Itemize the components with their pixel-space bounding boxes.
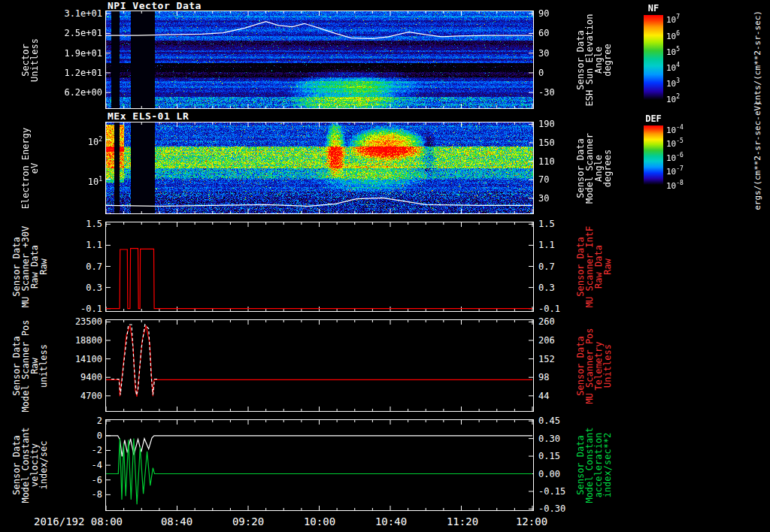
axis-label: Electron Energy eV [21,127,39,208]
panel-mu-scanner-30v [105,222,534,312]
y-tick-label: 18800 [48,335,102,346]
y-tick-label: 0.45 [538,416,574,426]
science-plot-page: NPI Vector Data MEx ELS-01 LR 3.1e+012.5… [0,0,770,532]
colorbar-tick-label: 10-8 [666,178,684,192]
series-mu-scanner-30v-raw [106,249,532,309]
y-tick-label: 0.7 [48,261,102,272]
y-tick-label: 1.9e+01 [48,48,102,59]
y-tick-label: 98 [538,372,574,382]
y-tick-label: -0.1 [538,304,574,314]
y-tick-label: 0.3 [538,283,574,293]
y-tick-label: 0.30 [538,434,574,444]
panel-title-npi: NPI Vector Data [108,0,202,11]
x-axis-label: 12:00 [516,515,547,527]
y-tick-label: 70 [538,174,574,185]
series-sun-elevation-angle [106,22,532,39]
y-tick-label: -8 [48,489,102,500]
axis-label: Sensor Data Model Constant acceleration … [576,427,612,503]
colorbar-tick-label: 105 [666,44,680,58]
series-model-constant-acceleration [106,439,532,505]
series-model-constant-velocity [106,436,532,457]
y-tick-label: 0.3 [48,283,102,293]
y-tick-label: 150 [538,138,574,148]
y-tick-label: -0.15 [538,486,574,497]
y-tick-label: 30 [538,193,574,204]
y-tick-label: 0.15 [538,451,574,461]
y-tick-label: 44 [538,391,574,401]
y-tick-label: 110 [538,156,574,167]
panel-mex-els [105,122,534,214]
panel-title-els: MEx ELS-01 LR [108,110,189,122]
panel-npi-vector [105,11,534,109]
y-tick-label: 90 [538,8,574,19]
y-tick-label: 1.1 [538,240,574,250]
axis-label: Sensor Data MU Scanner Pos Telemetry Uni… [576,328,612,404]
axis-label: Sensor Data Model Scanner Pos Raw unitle… [12,319,48,412]
y-tick-label: -2 [48,445,102,455]
x-axis-label: 08:40 [161,515,192,527]
panel-model-constant [105,419,534,511]
colorbar-DEF [644,125,663,185]
y-tick-label: -30 [538,87,574,98]
series-spacecraft-potential [106,198,532,206]
series-model-scanner-pos-raw [106,325,532,397]
colorbar-tick-label: 104 [666,60,680,74]
y-tick-label: 101 [48,174,102,187]
x-axis-label: 11:20 [447,515,478,527]
colorbar-title: NF [642,3,665,14]
x-axis-label: 10:40 [375,515,407,527]
colorbar-tick-label: 10-7 [666,164,684,177]
scanner-pos-overlay-svg [105,319,534,412]
y-tick-label: 1.1 [48,240,102,250]
mex-els-overlay-svg [105,122,534,214]
x-axis-label: 09:20 [232,515,264,527]
colorbar-tick-label: 103 [666,76,680,89]
axis-label: Sector Unitless [21,38,39,82]
y-tick-label: 2 [48,416,102,426]
colorbar-tick-label: 106 [666,29,680,42]
mu-scanner-30v-overlay-svg [105,222,534,312]
y-tick-label: 102 [48,135,102,147]
y-tick-label: -4 [48,460,102,470]
y-tick-label: 260 [538,316,574,327]
axis-label: Sensor Data ESH Sun Elevation Angle degr… [576,14,612,106]
axis-label: Sensor Data Model Scanner Angle degrees [576,133,612,204]
y-tick-label: 6.2e+00 [48,87,102,98]
colorbar-tick-label: 10-6 [666,150,684,164]
y-tick-label: 206 [538,335,574,346]
y-tick-label: 60 [538,28,574,38]
y-tick-label: -0.30 [538,503,574,514]
y-tick-label: 9400 [48,372,102,382]
y-tick-label: 30 [538,48,574,59]
y-tick-label: 0 [538,68,574,78]
axis-label: Sensor Data Model Constant velocity inde… [12,427,48,503]
axis-label: cnts/(cm**2-sr-sec) [753,11,762,105]
axis-label: Sensor Data MU Scanner +30V Raw Data Raw [12,226,48,307]
x-axis-label: 10:00 [304,515,335,527]
x-axis-label: 2016/192 08:00 [34,515,123,527]
y-tick-label: 23500 [48,316,102,327]
y-tick-label: 0.7 [538,261,574,272]
y-tick-label: 4700 [48,391,102,401]
panel-scanner-pos [105,319,534,412]
y-tick-label: -6 [48,475,102,485]
y-tick-label: 190 [538,119,574,129]
y-tick-label: 2.5e+01 [48,28,102,38]
colorbar-title: DEF [642,113,665,124]
axis-label: Sensor Data MU Scanner IntF Raw Data Raw [576,226,612,307]
colorbar-tick-label: 102 [666,92,680,105]
colorbar-tick-label: 10-4 [666,122,684,136]
colorbar-tick-label: 107 [666,12,680,26]
y-tick-label: 0 [48,431,102,441]
y-tick-label: 1.5 [48,219,102,229]
y-tick-label: 3.1e+01 [48,8,102,19]
y-tick-label: 1.2e+01 [48,68,102,78]
y-tick-label: 14100 [48,354,102,364]
colorbar-tick-label: 10-5 [666,136,684,150]
y-tick-label: -0.1 [48,304,102,314]
axis-label: ergs/(cm**2-sr-sec-eV) [753,101,762,210]
model-constant-overlay-svg [105,419,534,511]
colorbar-NF [644,15,663,100]
y-tick-label: 0.00 [538,469,574,479]
npi-vector-overlay-svg [105,11,534,109]
